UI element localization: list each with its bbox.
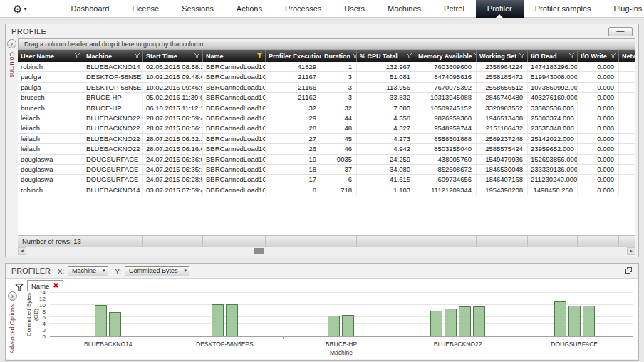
bar-bruce-hp[interactable] xyxy=(342,315,354,336)
filter-icon[interactable] xyxy=(568,53,575,60)
table-row[interactable]: douglaswaDOUGSURFACE24.07.2015 06:28:57B… xyxy=(18,175,635,185)
tab-dashboard[interactable]: Dashboard xyxy=(59,0,120,18)
tab-users[interactable]: Users xyxy=(333,0,376,18)
table-cell: 1474183296.000 xyxy=(528,62,578,71)
columns-expander-button[interactable]: › xyxy=(7,39,16,48)
table-cell: BRUCE-HP xyxy=(83,93,143,102)
column-header-memory-available[interactable]: Memory Available xyxy=(415,50,477,62)
table-row[interactable]: leilachBLUEBACKNO2228.07.2015 06:59:47BB… xyxy=(18,113,635,123)
bar-dougsurface[interactable] xyxy=(568,306,581,336)
column-header-i-o-read[interactable]: I/O Read xyxy=(528,50,578,62)
table-row[interactable]: paulgaDESKTOP-58N5EPS10.02.2016 09:46:52… xyxy=(18,83,635,93)
tab-profiler[interactable]: Profiler xyxy=(476,0,524,18)
bar-bluebackno22[interactable] xyxy=(459,306,471,336)
table-row[interactable]: leilachBLUEBACKNO2228.07.2015 06:32:15BB… xyxy=(18,134,635,144)
bar-bluebackno14[interactable] xyxy=(109,312,121,336)
column-header-i-o-write[interactable]: I/O Write xyxy=(578,50,619,62)
table-cell: BRUCE-HP xyxy=(83,103,143,113)
popout-panel-button[interactable] xyxy=(625,267,633,276)
filter-icon[interactable] xyxy=(519,53,525,60)
filter-icon[interactable] xyxy=(352,53,357,60)
y-axis-dropdown[interactable]: Committed Bytes ▾ xyxy=(125,266,189,276)
scroll-right-button[interactable]: ► xyxy=(627,247,635,255)
table-cell: 02.06.2016 08:58:21 xyxy=(143,62,203,71)
table-row[interactable]: brucechBRUCE-HP06.10.2015 11:12:10BBRCan… xyxy=(18,103,635,113)
bar-desktop-58n5eps[interactable] xyxy=(226,304,238,336)
x-axis-dropdown[interactable]: Machine ▾ xyxy=(68,266,108,276)
table-row[interactable]: robinchBLUEBACKNO1403.07.2015 07:59:43BB… xyxy=(18,185,635,195)
footer-cell xyxy=(528,236,578,247)
filter-icon[interactable] xyxy=(74,53,80,60)
table-cell xyxy=(619,113,635,123)
column-header-name[interactable]: Name xyxy=(203,50,266,62)
table-cell: 24.07.2015 06:35:14 xyxy=(143,165,203,174)
profiler-panel: PROFILER X: Machine ▾ Y: Committed Bytes… xyxy=(5,263,639,361)
filter-icon[interactable] xyxy=(134,53,140,60)
bar-desktop-58n5eps[interactable] xyxy=(212,304,224,336)
column-header-start-time[interactable]: Start Time xyxy=(143,50,203,62)
column-header-netw[interactable]: Netw xyxy=(619,50,635,62)
tab-sessions[interactable]: Sessions xyxy=(170,0,225,18)
column-header-working-set[interactable]: Working Set xyxy=(477,50,528,62)
remove-filter-icon[interactable]: ✖ xyxy=(53,282,58,289)
footer-cell xyxy=(203,236,266,247)
table-row[interactable]: douglaswaDOUGSURFACE24.07.2015 06:36:02B… xyxy=(18,155,635,165)
nav-tabs: DashboardLicenseSessionsActionsProcesses… xyxy=(59,0,644,18)
filter-icon[interactable] xyxy=(194,53,200,60)
table-row[interactable]: douglaswaDOUGSURFACE24.07.2015 06:35:14B… xyxy=(18,165,635,175)
bar-bluebackno14[interactable] xyxy=(95,305,107,336)
tab-petrel[interactable]: Petrel xyxy=(432,0,476,18)
x-category-label: BLUEBACKNO22 xyxy=(400,341,516,348)
column-header-machine[interactable]: Machine xyxy=(83,50,143,62)
table-row[interactable]: leilachBLUEBACKNO2228.07.2015 06:16:04BB… xyxy=(18,144,635,154)
bar-bluebackno22[interactable] xyxy=(430,311,442,336)
scrollbar-thumb[interactable] xyxy=(254,248,264,254)
settings-menu-button[interactable]: ⚙ ▾ xyxy=(13,4,26,14)
filter-icon-active[interactable] xyxy=(256,53,263,60)
table-cell xyxy=(619,93,635,102)
table-cell xyxy=(619,185,635,195)
column-header-user-name[interactable]: User Name xyxy=(18,50,83,62)
table-cell: 2558185472 xyxy=(477,72,528,81)
x-category-label: BLUEBACKNO14 xyxy=(50,341,167,348)
table-cell: BLUEBACKNO22 xyxy=(83,113,143,123)
bar-dougsurface[interactable] xyxy=(583,306,595,336)
scroll-left-button[interactable]: ◄ xyxy=(18,247,26,255)
minimize-panel-button[interactable]: — xyxy=(608,27,633,36)
table-cell: paulga xyxy=(18,83,83,92)
advanced-options-expander-button[interactable]: › xyxy=(8,291,17,301)
tab-profiler-samples[interactable]: Profiler samples xyxy=(524,0,603,18)
tab-processes[interactable]: Processes xyxy=(274,0,333,18)
horizontal-scrollbar[interactable]: ◄ ► xyxy=(18,247,635,255)
table-cell: 18 xyxy=(266,165,321,174)
table-cell: 19 xyxy=(266,155,321,164)
table-cell: leilach xyxy=(18,144,83,153)
x-axis-tick xyxy=(167,337,167,339)
bar-bluebackno22[interactable] xyxy=(445,309,457,336)
scrollbar-track[interactable] xyxy=(26,247,627,255)
bar-dougsurface[interactable] xyxy=(554,301,566,336)
filter-funnel-icon[interactable] xyxy=(15,281,24,294)
filter-icon[interactable] xyxy=(406,53,412,60)
chevron-down-icon: ▾ xyxy=(182,268,187,274)
column-header-profiler-execution-id[interactable]: Profiler Execution ID xyxy=(266,50,321,62)
tab-machines[interactable]: Machines xyxy=(376,0,432,18)
column-header-cpu-total[interactable]: % CPU Total xyxy=(357,50,415,62)
bar-bruce-hp[interactable] xyxy=(328,316,340,336)
table-row[interactable]: paulgaDESKTOP-58N5EPS10.02.2016 09:48:06… xyxy=(18,72,635,82)
tab-actions[interactable]: Actions xyxy=(225,0,274,18)
filter-icon[interactable] xyxy=(610,53,616,60)
y-tick-label: 8 xyxy=(31,309,46,315)
group-by-drop-zone[interactable]: Drag a column header and drop it here to… xyxy=(18,38,635,50)
table-cell: 8474095616 xyxy=(415,72,477,81)
tab-plug-ins[interactable]: Plug-ins xyxy=(603,0,644,18)
table-cell: 1073860992.000 xyxy=(528,83,578,92)
x-axis-tick xyxy=(283,337,284,339)
bar-bluebackno22[interactable] xyxy=(473,306,485,336)
column-header-duration[interactable]: Duration xyxy=(321,50,357,62)
table-row[interactable]: brucechBRUCE-HP05.02.2016 11:39:00BBRCan… xyxy=(18,93,635,103)
table-row[interactable]: robinchBLUEBACKNO1402.06.2016 08:58:21BB… xyxy=(18,62,635,72)
table-row[interactable]: leilachBLUEBACKNO2228.07.2015 06:56:16BB… xyxy=(18,123,635,133)
tab-license[interactable]: License xyxy=(120,0,170,18)
table-cell: 21167 xyxy=(266,72,321,81)
